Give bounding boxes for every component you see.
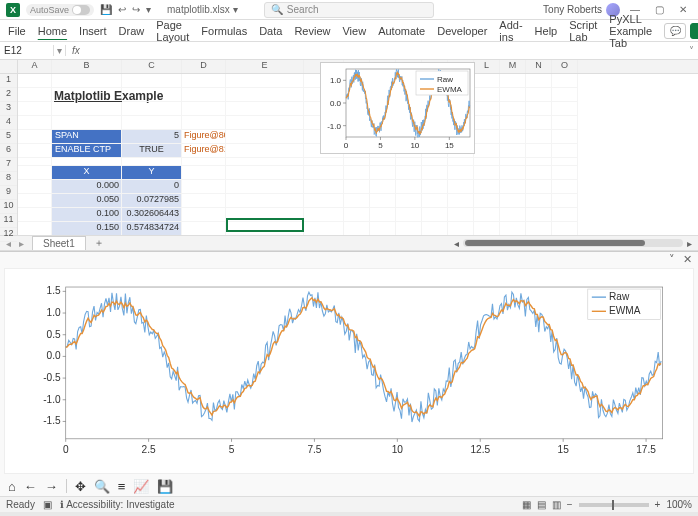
zoom-icon[interactable]: 🔍 bbox=[94, 479, 110, 494]
autosave-toggle[interactable]: AutoSave bbox=[26, 4, 94, 16]
pane-close-icon[interactable]: ✕ bbox=[683, 253, 692, 266]
cell-y-header[interactable]: Y bbox=[122, 166, 182, 180]
cell-y[interactable]: 0.302606443 bbox=[122, 208, 182, 222]
row-header[interactable]: 3 bbox=[0, 102, 17, 116]
zoom-in-icon[interactable]: + bbox=[655, 499, 661, 510]
col-header[interactable]: E bbox=[226, 60, 304, 73]
tab-addins[interactable]: Add-ins bbox=[499, 19, 522, 43]
cell-y[interactable]: 0.574834724 bbox=[122, 222, 182, 235]
cell-span-label[interactable]: SPAN bbox=[52, 130, 122, 144]
back-icon[interactable]: ← bbox=[24, 479, 37, 494]
add-sheet-button[interactable]: ＋ bbox=[94, 236, 104, 250]
col-header[interactable]: B bbox=[52, 60, 122, 73]
select-all-triangle[interactable] bbox=[0, 60, 17, 74]
cell-enable-value[interactable]: TRUE bbox=[122, 144, 182, 158]
cell-x-header[interactable]: X bbox=[52, 166, 122, 180]
row-header[interactable]: 1 bbox=[0, 74, 17, 88]
cell-x[interactable]: 0.100 bbox=[52, 208, 122, 222]
close-button[interactable]: ✕ bbox=[674, 4, 692, 15]
tab-pyxll[interactable]: PyXLL Example Tab bbox=[609, 13, 652, 49]
qat-dropdown-icon[interactable]: ▾ bbox=[146, 4, 151, 15]
scroll-right-icon[interactable]: ▸ bbox=[687, 238, 692, 249]
tab-page-layout[interactable]: Page Layout bbox=[156, 19, 189, 43]
redo-icon[interactable]: ↪ bbox=[132, 4, 140, 15]
tab-automate[interactable]: Automate bbox=[378, 25, 425, 37]
quick-access-toolbar: 💾 ↩ ↪ ▾ bbox=[100, 4, 151, 15]
col-header[interactable]: O bbox=[552, 60, 578, 73]
cell-y[interactable]: 0 bbox=[122, 180, 182, 194]
row-header[interactable]: 6 bbox=[0, 144, 17, 158]
row-header[interactable]: 8 bbox=[0, 172, 17, 186]
home-icon[interactable]: ⌂ bbox=[8, 479, 16, 494]
row-header[interactable]: 10 bbox=[0, 200, 17, 214]
filename-dropdown[interactable]: matplotlib.xlsx ▾ bbox=[167, 4, 238, 15]
subplots-icon[interactable]: ≡ bbox=[118, 479, 126, 494]
cell-figure80[interactable]: Figure@80 bbox=[182, 130, 226, 144]
tab-view[interactable]: View bbox=[342, 25, 366, 37]
view-break-icon[interactable]: ▥ bbox=[552, 499, 561, 510]
col-header[interactable]: M bbox=[500, 60, 526, 73]
zoom-out-icon[interactable]: − bbox=[567, 499, 573, 510]
tab-help[interactable]: Help bbox=[535, 25, 558, 37]
search-box[interactable]: 🔍 Search bbox=[264, 2, 434, 18]
row-header[interactable]: 9 bbox=[0, 186, 17, 200]
tab-developer[interactable]: Developer bbox=[437, 25, 487, 37]
col-header[interactable]: L bbox=[474, 60, 500, 73]
cell-figure81[interactable]: Figure@81 bbox=[182, 144, 226, 158]
col-header[interactable]: C bbox=[122, 60, 182, 73]
tab-file[interactable]: File bbox=[8, 25, 26, 37]
cell-span-value[interactable]: 5 bbox=[122, 130, 182, 144]
matplotlib-figure[interactable]: -1.5-1.0-0.50.00.51.01.502.557.51012.515… bbox=[4, 268, 694, 474]
tab-data[interactable]: Data bbox=[259, 25, 282, 37]
cell-x[interactable]: 0.000 bbox=[52, 180, 122, 194]
col-header[interactable]: D bbox=[182, 60, 226, 73]
view-page-icon[interactable]: ▤ bbox=[537, 499, 546, 510]
tab-review[interactable]: Review bbox=[294, 25, 330, 37]
forward-icon[interactable]: → bbox=[45, 479, 58, 494]
col-header[interactable]: A bbox=[18, 60, 52, 73]
scroll-left-icon[interactable]: ◂ bbox=[454, 238, 459, 249]
zoom-slider[interactable] bbox=[579, 503, 649, 507]
undo-icon[interactable]: ↩ bbox=[118, 4, 126, 15]
pan-icon[interactable]: ✥ bbox=[75, 479, 86, 494]
cell-y[interactable]: 0.0727985 bbox=[122, 194, 182, 208]
save-figure-icon[interactable]: 💾 bbox=[157, 479, 173, 494]
view-normal-icon[interactable]: ▦ bbox=[522, 499, 531, 510]
cell-enable-label[interactable]: ENABLE CTP bbox=[52, 144, 122, 158]
axis-icon[interactable]: 📈 bbox=[133, 479, 149, 494]
tab-draw[interactable]: Draw bbox=[119, 25, 145, 37]
col-header[interactable]: N bbox=[526, 60, 552, 73]
embedded-chart[interactable]: -1.00.01.0051015RawEWMA bbox=[320, 62, 475, 154]
name-box[interactable]: E12 bbox=[0, 45, 54, 56]
matplotlib-task-pane: ˅ ✕ -1.5-1.0-0.50.00.51.01.502.557.51012… bbox=[0, 251, 698, 496]
tab-formulas[interactable]: Formulas bbox=[201, 25, 247, 37]
sheet-tab[interactable]: Sheet1 bbox=[32, 236, 86, 250]
cell-x[interactable]: 0.150 bbox=[52, 222, 122, 235]
formula-expand-icon[interactable]: ˅ bbox=[684, 45, 698, 56]
comments-button[interactable]: 💬 bbox=[664, 23, 686, 39]
cell-x[interactable]: 0.050 bbox=[52, 194, 122, 208]
pane-dropdown-icon[interactable]: ˅ bbox=[669, 253, 675, 266]
tab-insert[interactable]: Insert bbox=[79, 25, 107, 37]
tab-home[interactable]: Home bbox=[38, 25, 67, 37]
save-icon[interactable]: 💾 bbox=[100, 4, 112, 15]
horizontal-scrollbar[interactable] bbox=[463, 239, 683, 247]
name-box-dropdown[interactable]: ▾ bbox=[54, 45, 66, 56]
share-button[interactable]: ▸ bbox=[690, 23, 698, 39]
row-header[interactable]: 2 bbox=[0, 88, 17, 102]
macro-record-icon[interactable]: ▣ bbox=[43, 499, 52, 510]
fx-icon[interactable]: fx bbox=[66, 45, 86, 56]
sheet-nav-next[interactable]: ▸ bbox=[19, 238, 24, 249]
row-header[interactable]: 11 bbox=[0, 214, 17, 228]
row-header[interactable]: 5 bbox=[0, 130, 17, 144]
tab-script-lab[interactable]: Script Lab bbox=[569, 19, 597, 43]
svg-text:1.5: 1.5 bbox=[47, 285, 61, 296]
maximize-button[interactable]: ▢ bbox=[650, 4, 668, 15]
row-header[interactable]: 4 bbox=[0, 116, 17, 130]
row-header[interactable]: 12 bbox=[0, 228, 17, 242]
zoom-level[interactable]: 100% bbox=[666, 499, 692, 510]
row-header[interactable]: 7 bbox=[0, 158, 17, 172]
accessibility-status[interactable]: ℹ Accessibility: Investigate bbox=[60, 499, 175, 510]
toggle-off-icon[interactable] bbox=[72, 5, 90, 15]
worksheet-grid[interactable]: 1 2 3 4 5 6 7 8 9 10 11 12 A B C D E F G… bbox=[0, 60, 698, 235]
